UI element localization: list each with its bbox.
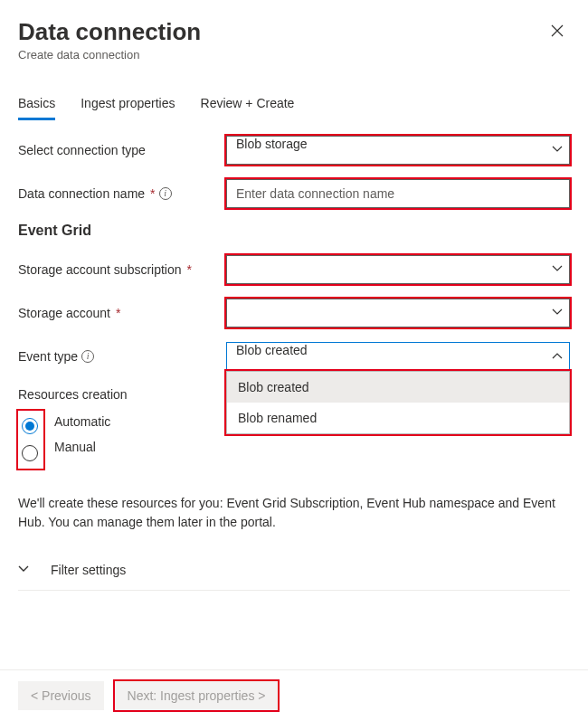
event-type-option-blob-created[interactable]: Blob created (227, 372, 569, 403)
tab-ingest-properties[interactable]: Ingest properties (81, 89, 175, 120)
connection-type-select-wrap: Blob storage (226, 136, 570, 165)
event-type-select-wrap: Blob created Blob created Blob renamed (226, 342, 570, 371)
resources-creation-group: Resources creation Automat (18, 385, 226, 469)
event-type-select[interactable]: Blob created (226, 342, 570, 371)
label-event-type: Event type i (18, 349, 226, 364)
close-icon[interactable] (548, 22, 566, 40)
expander-label: Filter settings (51, 563, 126, 577)
next-button[interactable]: Next: Ingest properties > (115, 681, 279, 710)
row-connection-name: Data connection name * i (18, 179, 570, 208)
storage-subscription-select-wrap (226, 255, 570, 284)
page-subtitle: Create data connection (18, 48, 570, 62)
previous-button[interactable]: < Previous (18, 681, 104, 710)
row-storage-account: Storage account * (18, 299, 570, 327)
next-button-highlight: Next: Ingest properties > (115, 681, 279, 710)
label-resources-creation: Resources creation (18, 387, 128, 402)
storage-account-select-wrap (226, 299, 570, 327)
radio-icon-checked (22, 418, 38, 434)
blade-footer: < Previous Next: Ingest properties > (0, 669, 588, 721)
event-type-option-blob-renamed[interactable]: Blob renamed (227, 403, 569, 433)
row-event-type: Event type i Blob created Blob created B… (18, 342, 570, 371)
data-connection-blade: Data connection Create data connection B… (0, 0, 588, 721)
info-icon[interactable]: i (159, 187, 172, 200)
storage-account-select[interactable] (226, 299, 570, 327)
section-event-grid: Event Grid (18, 223, 570, 239)
label-connection-name: Data connection name * i (18, 186, 226, 201)
info-icon[interactable]: i (81, 350, 94, 363)
radio-label-manual: Manual (54, 440, 110, 454)
blade-header: Data connection Create data connection (18, 18, 570, 62)
tab-bar: Basics Ingest properties Review + Create (18, 89, 570, 121)
tab-basics[interactable]: Basics (18, 89, 55, 120)
storage-subscription-select[interactable] (226, 255, 570, 284)
required-icon: * (187, 262, 192, 277)
label-connection-type: Select connection type (18, 143, 226, 157)
connection-name-input-wrap (226, 179, 570, 208)
radio-automatic[interactable] (22, 418, 38, 434)
label-storage-subscription: Storage account subscription * (18, 262, 226, 277)
event-type-dropdown: Blob created Blob renamed (226, 371, 570, 434)
radio-manual[interactable] (22, 445, 38, 461)
connection-name-input[interactable] (226, 179, 570, 208)
connection-type-select[interactable]: Blob storage (226, 136, 570, 165)
help-text: We'll create these resources for you: Ev… (18, 494, 570, 532)
page-title: Data connection (18, 18, 570, 46)
filter-settings-expander[interactable]: Filter settings (18, 550, 570, 591)
form-body: Select connection type Blob storage Data… (18, 136, 570, 591)
required-icon: * (150, 186, 155, 201)
radio-label-automatic: Automatic (54, 414, 110, 429)
label-storage-account: Storage account * (18, 306, 226, 320)
required-icon: * (116, 306, 120, 320)
radio-highlight (18, 411, 43, 469)
tab-review-create[interactable]: Review + Create (201, 89, 295, 120)
row-storage-subscription: Storage account subscription * (18, 255, 570, 284)
chevron-down-icon (18, 563, 29, 577)
row-connection-type: Select connection type Blob storage (18, 136, 570, 165)
radio-icon-unchecked (22, 445, 38, 461)
